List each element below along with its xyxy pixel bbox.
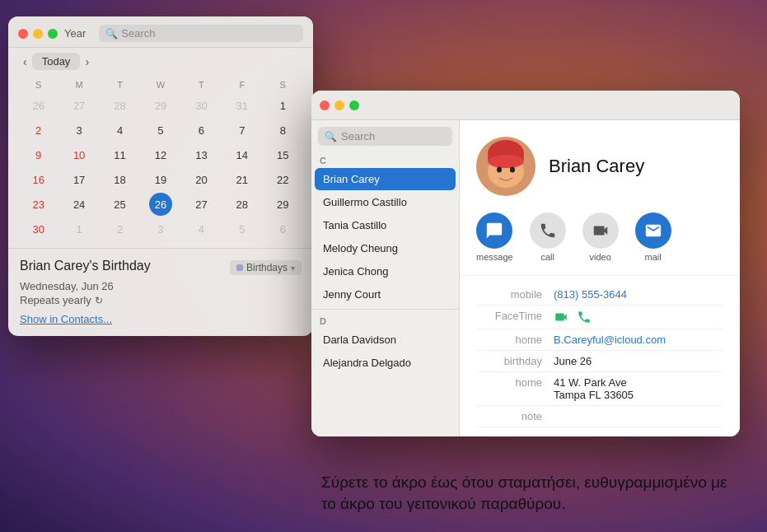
cal-day[interactable]: 18 [109,168,132,191]
cal-day[interactable]: 31 [231,94,254,117]
close-button[interactable] [18,29,28,39]
cal-day[interactable]: 25 [109,193,132,216]
calendar-week-3: 9 10 11 12 13 14 15 [18,142,303,167]
cal-day[interactable]: 3 [149,217,172,240]
cal-day[interactable]: 4 [189,217,213,240]
contact-item-brian-carey[interactable]: Brian Carey [315,168,456,190]
cal-day[interactable]: 5 [231,217,254,240]
cal-day[interactable]: 1 [68,217,91,240]
cal-day[interactable]: 17 [68,168,91,191]
cal-day[interactable]: 26 [27,94,50,117]
contact-actions: message call video mail [460,206,740,276]
home-email-value[interactable]: B.Careyful@icloud.com [554,334,723,346]
cal-day[interactable]: 6 [271,217,294,240]
today-button[interactable]: Today [32,53,81,70]
call-label: call [540,252,554,262]
contacts-window: 🔍 Search C Brian Carey Guillermo Castill… [311,91,740,436]
calendar-badge: Birthdays ▾ [230,260,302,275]
contact-item-tania-castillo[interactable]: Tania Castillo [315,214,456,236]
cal-day[interactable]: 15 [271,143,294,166]
contacts-detail: Brian Carey message call video [460,91,740,436]
next-month-button[interactable]: › [80,54,94,70]
cal-day[interactable]: 2 [27,119,50,142]
calendar-week-5: 23 24 25 26 27 28 29 [18,192,303,217]
calendar-dropdown-icon[interactable]: ▾ [291,264,295,273]
contact-header: Brian Carey [460,120,740,206]
contact-item-melody-cheung[interactable]: Melody Cheung [315,237,456,259]
cal-day[interactable]: 8 [271,119,294,142]
event-section: Brian Carey's Birthday Birthdays ▾ Wedne… [8,248,313,336]
contact-item-alejandra-delgado[interactable]: Alejandra Delgado [315,352,456,374]
contact-info: mobile (813) 555-3644 FaceTime home B.Ca… [460,276,740,436]
contact-item-jenica-chong[interactable]: Jenica Chong [315,260,456,282]
cal-day[interactable]: 5 [149,119,172,142]
year-label: Year [64,27,86,40]
prev-month-button[interactable]: ‹ [18,54,32,70]
contacts-search-icon: 🔍 [325,131,337,142]
maximize-button[interactable] [48,29,58,39]
cal-day[interactable]: 27 [189,193,213,216]
facetime-icons[interactable] [554,310,723,324]
cal-day[interactable]: 27 [68,94,91,117]
cal-day[interactable]: 21 [231,168,254,191]
show-in-contacts-link[interactable]: Show in Contacts... [20,313,112,325]
contacts-search-box[interactable]: 🔍 Search [318,127,452,146]
message-action-button[interactable]: message [476,212,513,262]
contacts-sidebar: 🔍 Search C Brian Carey Guillermo Castill… [311,91,460,436]
cal-day[interactable]: 30 [27,217,50,240]
cal-day[interactable]: 28 [109,94,132,117]
mail-label: mail [645,252,662,262]
contact-item-darla-davidson[interactable]: Darla Davidson [315,329,456,351]
cal-day[interactable]: 10 [68,143,91,166]
message-icon [476,212,512,249]
cal-day[interactable]: 14 [231,143,254,166]
contact-item-jenny-court[interactable]: Jenny Court [315,283,456,306]
svg-point-4 [488,155,524,168]
cal-day[interactable]: 30 [189,94,213,117]
cal-day[interactable]: 24 [68,193,91,216]
cal-day[interactable]: 4 [109,119,132,142]
mail-action-button[interactable]: mail [635,212,671,262]
contacts-search-placeholder: Search [341,130,375,142]
cal-day[interactable]: 3 [68,119,91,142]
avatar [476,137,535,196]
birthday-value: June 26 [554,355,723,367]
cal-day[interactable]: 29 [271,193,294,216]
cal-day[interactable]: 13 [189,143,213,166]
cal-day[interactable]: 23 [27,193,50,216]
calendar-search-box[interactable]: 🔍 Search [99,25,303,42]
minimize-button[interactable] [33,29,43,39]
mobile-value[interactable]: (813) 555-3644 [554,288,723,301]
cal-day[interactable]: 22 [271,168,294,191]
cal-day[interactable]: 9 [27,143,50,166]
video-action-button[interactable]: video [582,212,619,262]
calendar-week-1: 26 27 28 29 30 31 1 [18,93,303,118]
info-row-facetime: FaceTime [476,306,723,329]
contacts-maximize-button[interactable] [349,100,359,110]
cal-day[interactable]: 1 [271,94,294,117]
caption-content: Σύρετε το άκρο έως ότου σταματήσει, ευθυ… [321,474,727,513]
day-header-mon: M [58,78,99,91]
cal-day[interactable]: 12 [149,143,172,166]
cal-day[interactable]: 20 [189,168,213,191]
contact-item-guillermo-castillo[interactable]: Guillermo Castillo [315,191,456,213]
facetime-label: FaceTime [476,310,542,324]
cal-day[interactable]: 16 [27,168,50,191]
call-action-button[interactable]: call [530,212,566,262]
cal-day[interactable]: 28 [231,193,254,216]
cal-day[interactable]: 2 [109,217,132,240]
contacts-close-button[interactable] [320,100,330,110]
birthday-label: birthday [476,355,542,367]
contacts-minimize-button[interactable] [334,100,344,110]
event-date: Wednesday, Jun 26 [20,280,302,292]
cal-day[interactable]: 29 [149,94,172,117]
calendar-week-6: 30 1 2 3 4 5 6 [18,217,303,241]
day-header-sun: S [18,78,58,91]
calendar-week-2: 2 3 4 5 6 7 8 [18,118,303,142]
cal-day[interactable]: 11 [109,143,132,166]
cal-day-today[interactable]: 26 [149,193,172,216]
cal-day[interactable]: 6 [189,119,213,142]
cal-day[interactable]: 7 [231,119,254,142]
cal-day[interactable]: 19 [149,168,172,191]
contacts-titlebar [311,91,740,120]
